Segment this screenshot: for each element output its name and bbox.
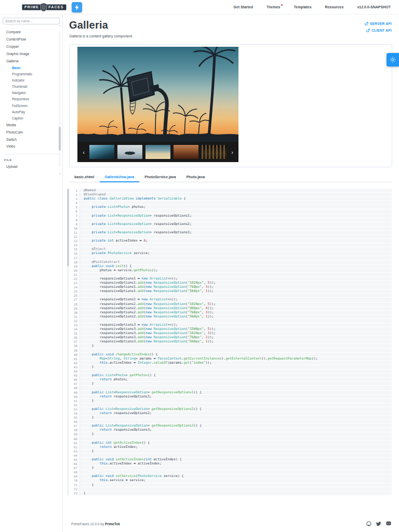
code-line [80, 487, 392, 491]
code-line [80, 437, 392, 441]
designer-button[interactable] [72, 2, 82, 12]
nav-item-resources[interactable]: Resources [325, 5, 344, 9]
code-line [80, 420, 392, 424]
client-api-label: CLIENT API [371, 29, 392, 32]
code-line: public List<Photo> getPhotos() { [80, 374, 392, 378]
sidebar-item-graphic-image[interactable]: Graphic Image [0, 50, 62, 57]
nav-item-templates[interactable]: Templates [294, 5, 312, 9]
code-line: public List<ResponsiveOption> getRespons… [80, 407, 392, 411]
code-line: } [80, 483, 392, 487]
prev-button[interactable]: ‹ [79, 148, 88, 156]
logo-text-faces: FACES [46, 4, 66, 10]
code-line: responsiveOptions2.add(new ResponsiveOpt… [80, 315, 392, 319]
nav-item-v12-0-0-snapshot[interactable]: v12.0.0-SNAPSHOT [357, 5, 391, 9]
scroll-down-icon[interactable]: ⌄ [58, 171, 62, 175]
code-line: public int getActiveIndex() { [80, 441, 392, 445]
logo[interactable]: PRIME FACES [22, 3, 66, 11]
thumbnail-ship-at-sea[interactable] [117, 145, 142, 159]
sidebar-subitem-programmatic[interactable]: Programmatic [0, 71, 62, 77]
thumbnail-red-mountains[interactable] [174, 145, 198, 159]
code-line: } [80, 344, 392, 348]
code-line: return responsiveOptions3; [80, 428, 392, 432]
code-line: this.service = service; [80, 478, 392, 483]
sidebar-subitem-thumbnail[interactable]: Thumbnail [0, 83, 62, 89]
sidebar-item-switch[interactable]: Switch [0, 136, 62, 143]
nav-item-get-started[interactable]: Get Started [233, 5, 253, 9]
code-line: return responsiveOptions1; [80, 395, 392, 399]
page-subtitle: Galleria is a content gallery component. [69, 34, 392, 38]
code-line: @PostConstruct [80, 260, 392, 264]
code-line [80, 369, 392, 374]
thumbnail-harbor-city[interactable] [89, 145, 114, 159]
client-api-link[interactable]: CLIENT API [366, 29, 392, 32]
sidebar-subitem-caption[interactable]: Caption [0, 115, 62, 121]
gear-icon [390, 57, 396, 63]
code-line [80, 470, 392, 474]
config-button[interactable] [387, 53, 399, 66]
sidebar-item-media[interactable]: Media [0, 122, 62, 129]
scrollbar-thumb[interactable] [59, 127, 61, 151]
next-button[interactable]: › [228, 148, 236, 156]
logo-text-prime: PRIME [22, 4, 42, 10]
sidebar: CompareContentFlowCropperGraphic ImageGa… [0, 15, 63, 532]
sidebar-item-video[interactable]: Video [0, 143, 62, 150]
code-line [80, 386, 392, 390]
code-scrollbar-thumb[interactable] [67, 189, 69, 267]
thumbnail-palm-sunset[interactable] [145, 145, 170, 159]
code-line: public void setActiveIndex(int activeInd… [80, 458, 392, 462]
thumbnail-dark-building[interactable] [202, 145, 227, 159]
tab-photoservice-java[interactable]: PhotoService.java [139, 173, 181, 182]
sidebar-item-cropper[interactable]: Cropper [0, 43, 62, 50]
sidebar-subitem-navigator[interactable]: Navigator [0, 90, 62, 96]
code-line: Map<String, String> params = FacesContex… [80, 357, 392, 361]
code-line: responsiveOptions2.add(new ResponsiveOpt… [80, 311, 392, 315]
code-line [80, 454, 392, 458]
sidebar-item-compare[interactable]: Compare [0, 29, 62, 36]
code-line: private List<ResponsiveOption> responsiv… [80, 222, 392, 227]
code-line: private List<Photo> photos; [80, 205, 392, 209]
code-line: return photos; [80, 378, 392, 382]
sidebar-item-contentflow[interactable]: ContentFlow [0, 36, 62, 43]
sidebar-subitem-basic[interactable]: Basic [0, 64, 62, 71]
code-line: @ViewScoped [80, 193, 392, 197]
sunset-basketball-photo [77, 47, 238, 142]
sidebar-subitem-fullscreen[interactable]: FullScreen [0, 102, 62, 109]
github-icon[interactable] [366, 521, 371, 526]
discord-icon[interactable] [386, 521, 391, 526]
sidebar-item-galleria[interactable]: Galleria [0, 57, 62, 64]
code-line [80, 256, 392, 260]
code-line: } [80, 491, 392, 496]
scroll-up-icon[interactable]: ⌃ [58, 25, 62, 28]
twitter-icon[interactable] [376, 522, 381, 526]
sidebar-item-upload[interactable]: Upload [0, 163, 62, 170]
code-line: responsiveOptions2.add(new ResponsiveOpt… [80, 307, 392, 311]
code-line: } [80, 466, 392, 470]
sidebar-subitem-autoplay[interactable]: AutoPlay [0, 109, 62, 115]
footer-brand: PrimeTek [105, 522, 120, 526]
code-scrollbar[interactable] [67, 189, 69, 496]
code-line: responsiveOptions1.add(new ResponsiveOpt… [80, 285, 392, 289]
galleria-main-image [77, 47, 238, 142]
code-line: responsiveOptions3.add(new ResponsiveOpt… [80, 336, 392, 340]
nav-item-themes[interactable]: Themes [267, 5, 280, 9]
sidebar-item-photocam[interactable]: PhotoCam [0, 128, 62, 136]
code-line [80, 235, 392, 239]
topbar-nav: Get StartedThemesTemplatesResourcesv12.0… [233, 5, 391, 9]
code-line: responsiveOptions1 = new ArrayList<>(); [80, 277, 392, 281]
external-link-icon [365, 22, 368, 25]
tab-galleriaview-java[interactable]: GalleriaView.java [100, 173, 140, 182]
server-api-link[interactable]: SERVER API [365, 22, 392, 25]
tab-photo-java[interactable]: Photo.java [181, 173, 210, 182]
galleria-thumbnail-strip: ‹ › [77, 142, 238, 162]
sidebar-subitem-responsive[interactable]: Responsive [0, 96, 62, 102]
code-line: } [80, 365, 392, 369]
code-line: return activeIndex; [80, 445, 392, 449]
code-line: private List<ResponsiveOption> responsiv… [80, 231, 392, 235]
code-line [80, 319, 392, 323]
code-line: return responsiveOptions2; [80, 411, 392, 416]
source-tabs: basic.xhtmlGalleriaView.javaPhotoService… [69, 173, 392, 182]
tab-basic-xhtml[interactable]: basic.xhtml [69, 173, 100, 182]
sidebar-subitem-indicator[interactable]: Indicator [0, 77, 62, 83]
code-line: responsiveOptions3.add(new ResponsiveOpt… [80, 340, 392, 344]
search-input[interactable] [3, 18, 60, 24]
